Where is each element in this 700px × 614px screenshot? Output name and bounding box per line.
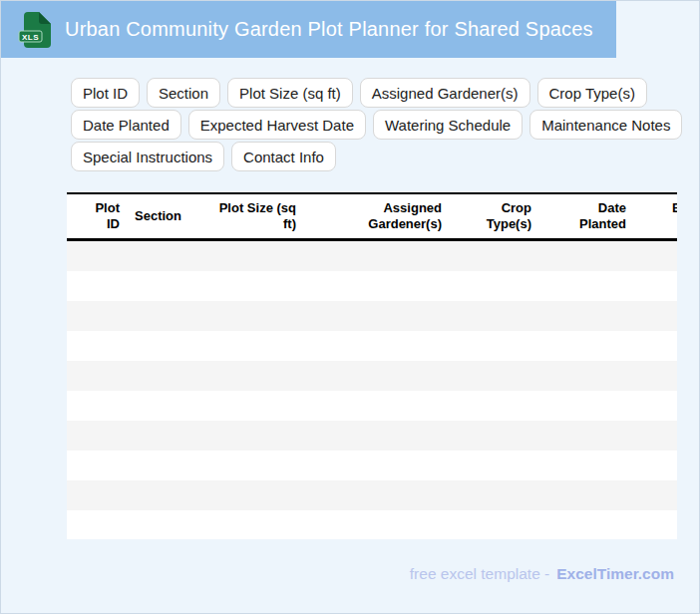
table-cell: [448, 421, 537, 451]
table-cell: [126, 239, 187, 271]
plot-table-container: Plot IDSectionPlot Size (sq ft)Assigned …: [67, 192, 677, 539]
table-cell: [302, 331, 448, 361]
table-cell: [632, 451, 677, 480]
table-row: [67, 239, 677, 271]
table-cell: [187, 361, 302, 391]
table-row: [67, 361, 677, 391]
table-cell: [187, 271, 302, 301]
table-cell: [537, 451, 632, 480]
table-cell: [126, 391, 187, 421]
table-row: [67, 391, 677, 421]
field-chip-list: Plot IDSectionPlot Size (sq ft)Assigned …: [71, 78, 682, 171]
table-cell: [537, 361, 632, 391]
field-chip-section[interactable]: Section: [147, 78, 220, 108]
table-cell: [187, 451, 302, 480]
table-cell: [126, 301, 187, 331]
table-cell: [187, 301, 302, 331]
plot-table: Plot IDSectionPlot Size (sq ft)Assigned …: [67, 192, 677, 539]
table-row: [67, 301, 677, 331]
field-chip-crop-type-s[interactable]: Crop Type(s): [537, 78, 647, 108]
table-cell: [67, 361, 126, 391]
table-row: [67, 480, 677, 510]
column-header-section: Section: [126, 193, 187, 239]
xls-icon-label: XLS: [22, 32, 39, 41]
table-cell: [448, 510, 537, 540]
table-cell: [632, 480, 677, 510]
table-cell: [302, 480, 448, 510]
table-cell: [187, 331, 302, 361]
field-chip-contact-info[interactable]: Contact Info: [231, 142, 336, 171]
table-cell: [187, 480, 302, 510]
table-cell: [67, 271, 126, 301]
table-cell: [302, 391, 448, 421]
column-header-assigned-gardener-s: Assigned Gardener(s): [302, 193, 448, 239]
table-cell: [187, 239, 302, 271]
field-chip-maintenance-notes[interactable]: Maintenance Notes: [529, 110, 682, 140]
table-cell: [302, 239, 448, 271]
table-cell: [448, 331, 537, 361]
table-cell: [537, 510, 632, 540]
footer: free excel template -ExcelTimer.com: [410, 565, 674, 583]
table-cell: [67, 480, 126, 510]
table-cell: [67, 301, 126, 331]
table-cell: [126, 421, 187, 451]
table-cell: [632, 510, 677, 540]
field-chip-plot-size-sq-ft[interactable]: Plot Size (sq ft): [227, 78, 353, 108]
table-cell: [448, 480, 537, 510]
table-cell: [126, 361, 187, 391]
title-bar: XLS Urban Community Garden Plot Planner …: [1, 1, 616, 58]
table-cell: [302, 361, 448, 391]
table-cell: [632, 421, 677, 451]
column-header-plot-id: Plot ID: [67, 193, 126, 239]
field-chip-expected-harvest-date[interactable]: Expected Harvest Date: [188, 110, 366, 140]
table-cell: [302, 510, 448, 540]
table-row: [67, 271, 677, 301]
page-title: Urban Community Garden Plot Planner for …: [65, 18, 593, 41]
table-cell: [537, 301, 632, 331]
table-cell: [632, 239, 677, 271]
table-cell: [67, 331, 126, 361]
table-row: [67, 421, 677, 451]
table-cell: [126, 271, 187, 301]
column-header-crop-type-s: Crop Type(s): [448, 193, 537, 239]
table-cell: [537, 421, 632, 451]
table-cell: [537, 271, 632, 301]
table-cell: [126, 331, 187, 361]
table-cell: [448, 271, 537, 301]
table-cell: [448, 361, 537, 391]
table-cell: [632, 331, 677, 361]
field-chip-row: Date PlantedExpected Harvest DateWaterin…: [71, 110, 682, 140]
table-cell: [448, 239, 537, 271]
table-cell: [302, 301, 448, 331]
field-chip-date-planted[interactable]: Date Planted: [71, 110, 181, 140]
table-cell: [126, 480, 187, 510]
table-cell: [632, 271, 677, 301]
table-cell: [537, 331, 632, 361]
table-cell: [67, 239, 126, 271]
table-cell: [448, 301, 537, 331]
table-cell: [187, 391, 302, 421]
column-header-expected-harvest-date: Expected Harvest Date: [632, 193, 677, 239]
field-chip-watering-schedule[interactable]: Watering Schedule: [373, 110, 523, 140]
footer-text: free excel template -: [410, 565, 549, 582]
table-row: [67, 451, 677, 480]
table-cell: [537, 239, 632, 271]
footer-brand-link[interactable]: ExcelTimer.com: [556, 565, 674, 582]
table-cell: [537, 480, 632, 510]
table-cell: [126, 510, 187, 540]
table-cell: [67, 391, 126, 421]
table-cell: [187, 510, 302, 540]
field-chip-special-instructions[interactable]: Special Instructions: [71, 142, 224, 171]
table-cell: [448, 451, 537, 480]
table-row: [67, 331, 677, 361]
xls-file-icon: XLS: [17, 10, 53, 50]
table-cell: [187, 421, 302, 451]
table-cell: [67, 421, 126, 451]
field-chip-assigned-gardener-s[interactable]: Assigned Gardener(s): [360, 78, 530, 108]
table-cell: [67, 451, 126, 480]
table-row: [67, 510, 677, 540]
field-chip-plot-id[interactable]: Plot ID: [71, 78, 140, 108]
table-cell: [126, 451, 187, 480]
table-cell: [302, 451, 448, 480]
field-chip-row: Plot IDSectionPlot Size (sq ft)Assigned …: [71, 78, 682, 108]
